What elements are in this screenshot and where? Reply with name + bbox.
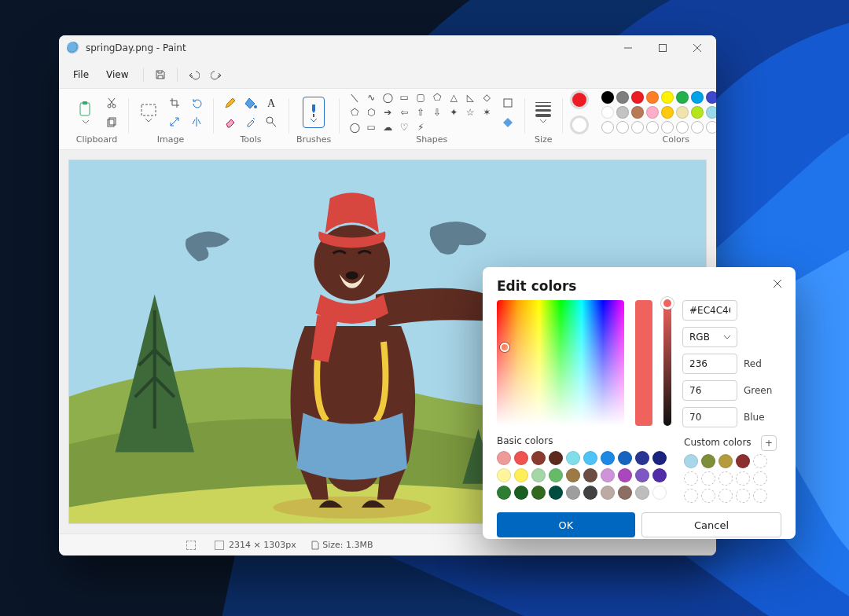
paste-button[interactable] — [73, 97, 98, 128]
hue-preview[interactable] — [635, 300, 652, 426]
shape-callout-rect[interactable]: ▭ — [363, 120, 379, 134]
shape-heart[interactable]: ♡ — [396, 120, 412, 134]
color-swatch[interactable] — [691, 91, 704, 104]
empty-swatch[interactable] — [631, 121, 644, 134]
basic-color-swatch[interactable] — [514, 468, 528, 482]
empty-custom-swatch[interactable] — [753, 489, 767, 503]
shape-roundrect[interactable]: ▢ — [413, 90, 428, 104]
shape-lightning[interactable]: ⚡ — [413, 120, 428, 134]
custom-color-swatch[interactable] — [719, 454, 733, 468]
basic-color-swatch[interactable] — [652, 451, 667, 465]
empty-custom-swatch[interactable] — [719, 471, 733, 486]
color-swatch[interactable] — [601, 106, 614, 119]
basic-color-swatch[interactable] — [566, 468, 580, 482]
basic-color-swatch[interactable] — [514, 486, 528, 500]
shape-fill-icon[interactable] — [499, 114, 516, 130]
basic-color-swatch[interactable] — [601, 486, 615, 500]
gradient-cursor[interactable] — [500, 343, 509, 352]
basic-color-swatch[interactable] — [497, 486, 511, 500]
basic-color-swatch[interactable] — [583, 486, 597, 500]
minimize-button[interactable] — [611, 35, 645, 60]
color-gradient-picker[interactable] — [497, 300, 624, 426]
maximize-button[interactable] — [645, 35, 680, 60]
color-swatch[interactable] — [676, 106, 689, 119]
shape-diamond[interactable]: ◇ — [479, 90, 494, 104]
color-swatch[interactable] — [631, 106, 644, 119]
menu-view[interactable]: View — [98, 66, 136, 83]
empty-swatch[interactable] — [616, 121, 629, 134]
basic-color-swatch[interactable] — [635, 451, 649, 465]
shapes-gallery[interactable]: ＼ ∿ ◯ ▭ ▢ ⬠ △ ◺ ◇ ⬠ ⬡ ➔ ⇦ ⇧ ⇩ ✦ ☆ — [347, 90, 494, 134]
empty-custom-swatch[interactable] — [684, 489, 698, 503]
brushes-button[interactable] — [303, 97, 325, 128]
shape-arrow-d[interactable]: ⇩ — [429, 105, 445, 119]
color-swatch[interactable] — [706, 106, 716, 119]
copy-icon[interactable] — [103, 114, 120, 130]
add-custom-color-button[interactable]: + — [761, 435, 777, 451]
color2-swatch[interactable] — [570, 116, 589, 134]
basic-color-swatch[interactable] — [549, 451, 563, 465]
color-swatch[interactable] — [646, 91, 659, 104]
cancel-button[interactable]: Cancel — [641, 512, 781, 537]
color1-swatch[interactable] — [570, 90, 589, 109]
fill-tool[interactable] — [241, 94, 260, 112]
basic-color-swatch[interactable] — [514, 451, 528, 465]
color-swatch[interactable] — [616, 91, 629, 104]
basic-color-swatch[interactable] — [531, 451, 546, 465]
empty-custom-swatch[interactable] — [736, 471, 750, 486]
crop-icon[interactable] — [166, 95, 183, 111]
shape-star5[interactable]: ☆ — [462, 105, 478, 119]
color-swatch[interactable] — [661, 106, 674, 119]
shape-rect[interactable]: ▭ — [396, 90, 412, 104]
empty-swatch[interactable] — [661, 121, 674, 134]
select-button[interactable] — [136, 97, 161, 128]
custom-color-swatch[interactable] — [736, 454, 750, 468]
cut-icon[interactable] — [103, 95, 120, 111]
basic-color-swatch[interactable] — [635, 486, 649, 500]
redo-icon[interactable] — [206, 64, 226, 85]
shape-line[interactable]: ＼ — [347, 90, 362, 104]
color-swatch[interactable] — [661, 91, 674, 104]
basic-color-swatch[interactable] — [618, 451, 632, 465]
shape-callout-cloud[interactable]: ☁ — [380, 120, 395, 134]
basic-color-swatch[interactable] — [618, 486, 632, 500]
magnifier-tool[interactable] — [262, 113, 281, 130]
basic-color-swatch[interactable] — [652, 468, 667, 482]
empty-custom-swatch[interactable] — [719, 489, 733, 503]
custom-color-swatch[interactable] — [701, 454, 715, 468]
hex-input[interactable] — [682, 300, 737, 321]
basic-color-swatch[interactable] — [531, 486, 546, 500]
slider-thumb[interactable] — [661, 297, 674, 310]
empty-swatch[interactable] — [691, 121, 704, 134]
shape-arrow-u[interactable]: ⇧ — [413, 105, 428, 119]
text-tool[interactable]: A — [262, 94, 281, 112]
shape-star6[interactable]: ✶ — [479, 105, 494, 119]
flip-icon[interactable] — [188, 114, 205, 130]
basic-color-swatch[interactable] — [566, 486, 580, 500]
green-input[interactable] — [682, 380, 737, 401]
shape-arrow-r[interactable]: ➔ — [380, 105, 395, 119]
empty-swatch[interactable] — [676, 121, 689, 134]
value-slider[interactable] — [663, 300, 671, 426]
resize-icon[interactable] — [166, 114, 183, 130]
basic-color-swatch[interactable] — [531, 468, 546, 482]
shape-star4[interactable]: ✦ — [446, 105, 461, 119]
basic-color-swatch[interactable] — [497, 451, 511, 465]
empty-custom-swatch[interactable] — [701, 471, 715, 486]
empty-custom-swatch[interactable] — [701, 489, 715, 503]
basic-color-swatch[interactable] — [601, 468, 615, 482]
color-swatch[interactable] — [601, 91, 614, 104]
shape-polygon[interactable]: ⬠ — [429, 90, 445, 104]
shape-hexagon[interactable]: ⬡ — [363, 105, 379, 119]
close-button[interactable] — [680, 35, 715, 60]
eraser-tool[interactable] — [221, 113, 240, 130]
shape-pentagon[interactable]: ⬠ — [347, 105, 362, 119]
basic-color-swatch[interactable] — [549, 486, 563, 500]
shape-callout-round[interactable]: ◯ — [347, 120, 362, 134]
empty-swatch[interactable] — [601, 121, 614, 134]
rotate-icon[interactable] — [188, 95, 205, 111]
shape-arrow-l[interactable]: ⇦ — [396, 105, 412, 119]
basic-color-swatch[interactable] — [652, 486, 667, 500]
basic-color-swatch[interactable] — [601, 451, 615, 465]
color-mode-select[interactable]: RGB — [682, 327, 737, 347]
